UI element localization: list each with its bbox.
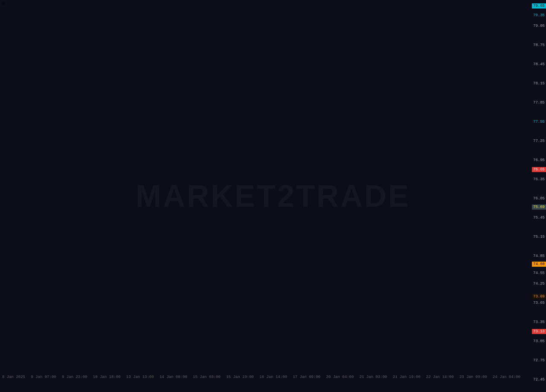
price-7845: 78.45: [532, 62, 546, 67]
x-label-12: 21 Jan 19:00: [393, 375, 421, 379]
price-7755: 77.55: [532, 119, 546, 124]
price-7305: 73.05: [532, 339, 546, 344]
chart-container: MARKET2TRADE 8 Jan 2025 9 Jan 07:00 9 Ja…: [0, 0, 546, 392]
price-chart[interactable]: [0, 0, 546, 392]
price-7275: 72.75: [532, 358, 546, 363]
price-7545: 75.45: [532, 215, 546, 220]
price-7605: 76.05: [532, 196, 546, 201]
price-7653: 76.65: [532, 167, 546, 172]
x-label-14: 23 Jan 09:00: [459, 375, 487, 379]
x-label-3: 10 Jan 18:00: [93, 375, 121, 379]
price-7313: 73.13: [532, 329, 546, 334]
x-label-13: 22 Jan 14:00: [426, 375, 454, 379]
x-label-10: 20 Jan 04:00: [326, 375, 354, 379]
price-7875: 78.75: [532, 43, 546, 48]
x-label-4: 13 Jan 13:00: [126, 375, 154, 379]
price-7245: 72.45: [532, 377, 546, 382]
price-7725: 77.25: [532, 138, 546, 144]
price-7425: 74.25: [532, 281, 546, 286]
price-7937: 79.65: [532, 3, 546, 9]
x-label-0: 8 Jan 2025: [2, 375, 25, 379]
x-label-8: 16 Jan 14:00: [259, 375, 287, 379]
price-7785: 77.85: [532, 100, 546, 105]
price-7369: 73.69: [532, 294, 546, 299]
x-label-5: 14 Jan 08:00: [160, 375, 187, 379]
x-label-11: 21 Jan 03:00: [360, 375, 387, 379]
price-7635: 76.35: [532, 177, 546, 182]
x-label-7: 15 Jan 19:00: [226, 375, 254, 379]
price-7365: 73.65: [532, 300, 546, 306]
price-7695: 76.95: [532, 158, 546, 163]
price-7515: 75.15: [532, 234, 546, 239]
x-label-9: 17 Jan 09:00: [293, 375, 320, 379]
price-7335: 73.35: [532, 320, 546, 325]
x-label-15: 24 Jan 04:00: [493, 375, 520, 379]
price-7905: 79.05: [532, 23, 546, 29]
info-panel: [2, 2, 5, 5]
price-7815: 78.15: [532, 81, 546, 86]
x-label-2: 9 Jan 23:00: [62, 375, 87, 379]
price-7906: 79.35: [532, 13, 546, 18]
x-label-1: 9 Jan 07:00: [31, 375, 56, 379]
price-7569: 75.69: [532, 205, 546, 210]
x-label-6: 15 Jan 03:00: [193, 375, 221, 379]
price-7485: 74.85: [532, 254, 546, 259]
x-axis: 8 Jan 2025 9 Jan 07:00 9 Jan 23:00 10 Ja…: [0, 373, 523, 381]
price-7455: 74.55: [532, 271, 546, 276]
price-7460: 74.60: [532, 262, 546, 267]
